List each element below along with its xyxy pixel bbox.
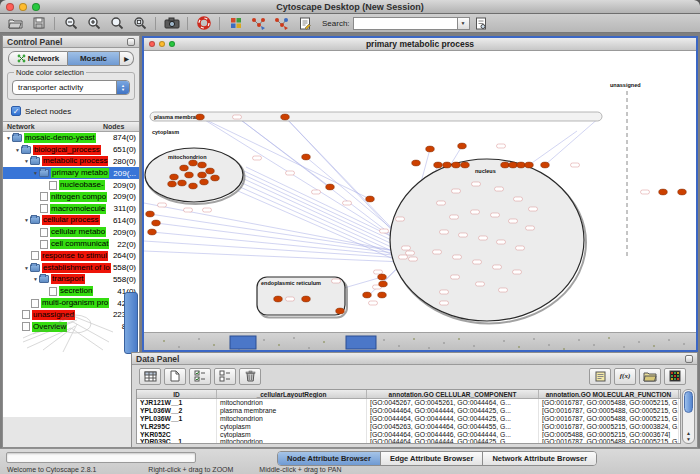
column-header[interactable]: ID — [137, 390, 217, 398]
expand-arrow-icon[interactable]: ▼ — [23, 265, 30, 271]
network-node[interactable] — [302, 154, 311, 160]
network-node[interactable] — [148, 229, 157, 235]
network-node-small[interactable] — [491, 213, 500, 217]
table-row[interactable]: YKR052Ccytoplasm[GO:0044464, GO:0044446,… — [137, 431, 680, 439]
float-panel-icon[interactable] — [127, 38, 135, 46]
network-node[interactable] — [443, 162, 452, 168]
network-node-small[interactable] — [459, 233, 468, 237]
network-node-small[interactable] — [409, 257, 418, 261]
network-node[interactable] — [366, 196, 375, 202]
network-node-small[interactable] — [529, 207, 538, 211]
table-row[interactable]: YPL036W__1mitochondrion[GO:0044464, GO:0… — [137, 415, 680, 423]
network-node[interactable] — [541, 162, 550, 168]
network-node-small[interactable] — [526, 226, 535, 230]
network-node-small[interactable] — [399, 255, 408, 259]
tab-mosaic[interactable]: Mosaic — [68, 51, 120, 66]
network-node-small[interactable] — [472, 182, 481, 186]
zoom-fit-button[interactable] — [128, 15, 151, 32]
search-input[interactable] — [353, 17, 457, 30]
tree-row[interactable]: macromolecule311(0) — [3, 203, 139, 215]
attribute-table-button[interactable] — [139, 368, 161, 385]
tree-row[interactable]: nucleobase-209(0) — [3, 179, 139, 191]
import-attributes-button[interactable] — [639, 368, 661, 385]
expand-arrow-icon[interactable]: ▼ — [23, 217, 30, 223]
network-node-small[interactable] — [571, 163, 580, 167]
zoom-in-button[interactable] — [82, 15, 105, 32]
expand-arrow-icon[interactable]: ▼ — [5, 135, 12, 141]
network-node[interactable] — [379, 281, 388, 287]
network-node[interactable] — [170, 174, 179, 180]
network-node-small[interactable] — [440, 230, 449, 234]
network-node[interactable] — [281, 114, 290, 120]
network-node-small[interactable] — [396, 217, 405, 221]
tree-row[interactable]: secretion41(0) — [3, 285, 139, 297]
network-node-small[interactable] — [158, 203, 167, 207]
network-node-small[interactable] — [332, 279, 341, 283]
tab-network[interactable]: Network — [8, 51, 68, 66]
network-node-small[interactable] — [471, 210, 480, 214]
expand-arrow-icon[interactable]: ▼ — [32, 170, 39, 176]
network-node[interactable] — [274, 296, 283, 302]
function-builder-button[interactable]: f(x) — [614, 368, 636, 385]
network-node-small[interactable] — [641, 190, 650, 194]
network-node-small[interactable] — [433, 250, 442, 254]
table-row[interactable]: YJR121W__1mitochondrion[GO:0045267, GO:0… — [137, 399, 680, 407]
network-node[interactable] — [198, 162, 207, 168]
network-node[interactable] — [146, 211, 155, 217]
network-node[interactable] — [206, 168, 215, 174]
column-header[interactable]: _cellularLayoutRegion — [217, 390, 367, 398]
float-data-panel-icon[interactable] — [685, 355, 693, 363]
expand-arrow-icon[interactable]: ▼ — [14, 147, 21, 153]
network-node-small[interactable] — [286, 297, 295, 301]
network-node-small[interactable] — [233, 115, 242, 119]
network-node-small[interactable] — [374, 270, 383, 274]
column-header[interactable]: annotation.GO CELLULAR_COMPONENT — [367, 390, 539, 398]
network-node-small[interactable] — [437, 201, 446, 205]
help-button[interactable] — [192, 15, 215, 32]
tree-row[interactable]: ▼mosaic-demo-yeast874(0) — [3, 132, 139, 144]
tree-row[interactable]: ▼transport558(0) — [3, 274, 139, 286]
network-node-small[interactable] — [380, 229, 389, 233]
create-network-view-button[interactable] — [247, 15, 270, 32]
network-node[interactable] — [659, 189, 668, 195]
network-node[interactable] — [363, 292, 372, 298]
save-session-button[interactable] — [27, 15, 50, 32]
zoom-out-button[interactable] — [59, 15, 82, 32]
open-session-button[interactable] — [4, 15, 27, 32]
network-node-small[interactable] — [497, 240, 506, 244]
network-node[interactable] — [517, 162, 526, 168]
tree-row[interactable]: ▼cellular process614(0) — [3, 215, 139, 227]
birdseye-viewport-rect[interactable] — [124, 292, 138, 354]
network-node-small[interactable] — [476, 282, 485, 286]
network-node[interactable] — [426, 146, 435, 152]
network-node-small[interactable] — [253, 156, 262, 160]
new-attribute-button[interactable] — [164, 368, 186, 385]
table-scrollbar-thumb[interactable] — [684, 391, 693, 413]
tree-row[interactable]: ▼establishment of lo558(0) — [3, 262, 139, 274]
tree-row[interactable]: response to stimul264(0) — [3, 250, 139, 262]
network-node-small[interactable] — [440, 301, 449, 305]
node-color-dropdown[interactable]: transporter activity ▲▼ — [12, 80, 130, 95]
network-node[interactable] — [461, 162, 470, 168]
network-node-small[interactable] — [450, 215, 459, 219]
network-node-small[interactable] — [343, 201, 352, 205]
network-node[interactable] — [168, 181, 177, 187]
advanced-search-button[interactable] — [470, 15, 493, 32]
network-node[interactable] — [196, 114, 205, 120]
network-node-small[interactable] — [440, 290, 449, 294]
network-node[interactable] — [678, 189, 687, 195]
network-node[interactable] — [458, 143, 467, 149]
network-node-small[interactable] — [369, 301, 378, 305]
network-node[interactable] — [189, 160, 198, 166]
expand-arrow-icon[interactable]: ▼ — [32, 276, 39, 282]
tab-edge-attribute-browser[interactable]: Edge Attribute Browser — [381, 452, 483, 465]
network-node[interactable] — [200, 179, 209, 185]
table-row[interactable]: YDR039C__1mitochondrion[GO:0044464, GO:0… — [137, 438, 680, 444]
network-node-small[interactable] — [509, 219, 518, 223]
network-node-small[interactable] — [451, 275, 460, 279]
tree-row[interactable]: ▼primary metabo209(... — [3, 167, 139, 179]
vizmapper-button[interactable] — [224, 15, 247, 32]
network-node[interactable] — [152, 220, 161, 226]
network-node[interactable] — [185, 172, 194, 178]
network-node-small[interactable] — [184, 208, 193, 212]
